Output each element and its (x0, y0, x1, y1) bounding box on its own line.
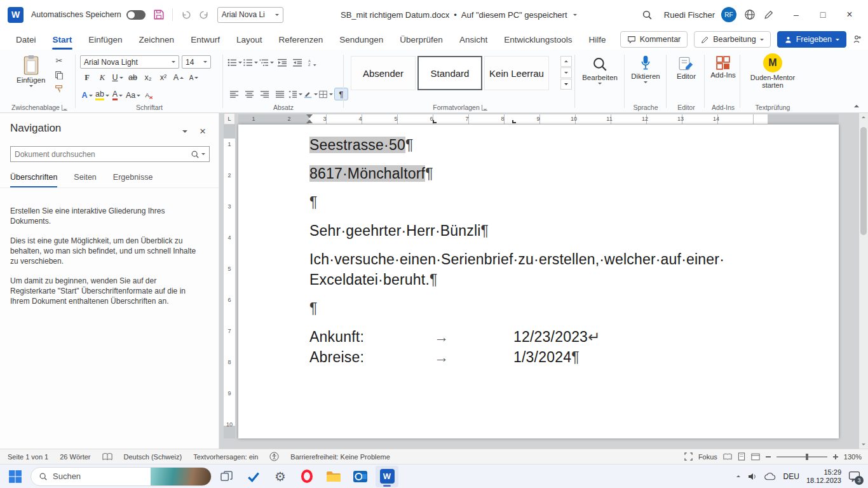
avatar[interactable]: RF (721, 7, 736, 22)
volume-icon[interactable] (747, 471, 757, 482)
line-spacing-button[interactable] (288, 88, 302, 100)
focus-label[interactable]: Fokus (698, 453, 717, 461)
close-pane-icon[interactable] (197, 126, 208, 137)
ribbon-tab-zeichnen[interactable]: Zeichnen (132, 29, 182, 50)
save-icon[interactable] (153, 9, 165, 20)
font-color-button[interactable]: A (111, 89, 125, 102)
page-count[interactable]: Seite 1 von 1 (8, 453, 48, 461)
style-card-absender[interactable]: Absender (351, 56, 416, 90)
doc-paragraph-empty[interactable]: ¶ (309, 192, 792, 212)
format-painter-icon[interactable] (55, 85, 64, 93)
justify-button[interactable] (273, 88, 287, 100)
word-app-taskbar-icon[interactable]: W (376, 466, 398, 487)
notification-center-icon[interactable]: 3 (848, 470, 860, 482)
clock[interactable]: 15:29 18.12.2023 (806, 468, 841, 485)
focus-icon[interactable] (684, 452, 693, 461)
ribbon-tab-start[interactable]: Start (46, 29, 79, 50)
zoom-slider-handle[interactable] (806, 454, 808, 460)
selected-text[interactable]: 8617·Mönchaltorf (309, 165, 425, 182)
ribbon-tab-hilfe[interactable]: Hilfe (581, 29, 613, 50)
doc-paragraph[interactable]: Exceldatei·beruht.¶ (309, 269, 792, 290)
cut-icon[interactable]: ✂ (55, 56, 64, 65)
show-formatting-marks-toggle[interactable] (334, 88, 348, 100)
vertical-scrollbar[interactable] (859, 113, 868, 449)
hanging-indent-marker[interactable] (306, 119, 313, 123)
align-right-button[interactable] (258, 88, 272, 100)
doc-paragraph[interactable]: Abreise:→1/3/2024¶ (309, 347, 792, 367)
onedrive-cloud-icon[interactable] (764, 472, 776, 480)
share-button[interactable]: Freigeben (777, 31, 846, 48)
addins-button[interactable]: Add-Ins (707, 56, 740, 79)
web-layout-icon[interactable] (751, 453, 760, 461)
word-count[interactable]: 26 Wörter (60, 453, 90, 461)
tab-stop-marker[interactable] (512, 120, 516, 123)
paste-button[interactable]: Einfügen (17, 55, 45, 87)
doc-paragraph[interactable]: Ankunft:→12/23/2023↵ (309, 327, 792, 347)
pane-options-icon[interactable] (179, 126, 191, 137)
ribbon-tab-einfügen[interactable]: Einfügen (81, 29, 129, 50)
comments-button[interactable]: Kommentar (620, 31, 688, 48)
ribbon-tab-ansicht[interactable]: Ansicht (452, 29, 494, 50)
document-search-input[interactable] (11, 150, 191, 159)
ribbon-tab-entwurf[interactable]: Entwurf (184, 29, 227, 50)
user-name[interactable]: Ruedi Fischer (664, 10, 715, 20)
grow-font-button[interactable]: A (172, 71, 186, 84)
doc-paragraph[interactable]: Sehr·geehrter·Herr·Bünzli¶ (309, 220, 792, 241)
dialog-launcher-icon[interactable] (482, 105, 487, 111)
search-icon[interactable] (642, 10, 653, 20)
maximize-button[interactable]: □ (810, 3, 836, 27)
start-button[interactable] (4, 466, 27, 487)
zoom-level[interactable]: 130% (844, 453, 862, 461)
file-explorer-icon[interactable] (322, 466, 345, 487)
task-view-button[interactable] (215, 466, 238, 487)
print-layout-icon[interactable] (738, 452, 745, 461)
gallery-down-icon[interactable] (560, 67, 572, 78)
settings-app-icon[interactable]: ⚙ (269, 466, 292, 487)
ribbon-tab-überprüfen[interactable]: Überprüfen (393, 29, 450, 50)
nav-tab-ergebnisse[interactable]: Ergebnisse (113, 173, 153, 188)
globe-icon[interactable] (744, 9, 756, 20)
ribbon-tab-layout[interactable]: Layout (229, 29, 269, 50)
spellcheck-icon[interactable] (102, 452, 112, 461)
paragraph-text[interactable]: 1/3/2024 (513, 349, 571, 365)
duden-mentor-button[interactable]: M Duden-Mentor starten (742, 53, 803, 89)
read-mode-icon[interactable] (723, 453, 732, 461)
doc-paragraph-empty[interactable]: ¶ (309, 298, 792, 318)
accessibility-icon[interactable] (269, 452, 279, 461)
selected-text[interactable]: Seestrasse·50 (309, 137, 405, 153)
zoom-out-icon[interactable] (766, 456, 771, 458)
scroll-down-icon[interactable] (861, 444, 866, 445)
decrease-indent-button[interactable] (275, 56, 289, 69)
tab-stop-marker[interactable] (433, 120, 437, 123)
style-card-standard[interactable]: Standard (417, 56, 482, 90)
undo-icon[interactable] (180, 10, 191, 20)
highlight-color-button[interactable]: ab (95, 89, 109, 102)
paragraph-text[interactable]: Exceldatei·beruht. (309, 271, 430, 288)
taskbar-search[interactable]: Suchen (31, 467, 212, 486)
align-left-button[interactable] (227, 88, 241, 100)
superscript-button[interactable]: x² (156, 71, 170, 84)
zoom-in-icon[interactable] (833, 454, 838, 459)
horizontal-ruler[interactable]: 1234567891011121314 (219, 113, 859, 125)
ribbon-tab-entwicklungstools[interactable]: Entwicklungstools (497, 29, 579, 50)
ribbon-tab-sendungen[interactable]: Sendungen (332, 29, 390, 50)
subscript-button[interactable]: x₂ (141, 71, 155, 84)
sort-button[interactable]: AZ (306, 56, 320, 69)
people-icon[interactable] (853, 34, 863, 44)
scroll-up-icon[interactable] (861, 116, 866, 118)
italic-button[interactable]: K (95, 71, 109, 84)
nav-tab-überschriften[interactable]: Überschriften (10, 173, 57, 188)
dialog-launcher-icon[interactable] (62, 105, 67, 111)
tray-overflow-icon[interactable] (736, 475, 740, 477)
redo-icon[interactable] (199, 10, 210, 20)
font-size-select[interactable]: 14 (182, 55, 211, 69)
bullet-list-button[interactable] (227, 56, 242, 69)
collapse-ribbon-icon[interactable] (854, 105, 859, 107)
gallery-up-icon[interactable] (560, 56, 572, 67)
copy-icon[interactable] (55, 71, 64, 79)
text-effects-button[interactable]: A (80, 89, 94, 102)
search-icon[interactable] (191, 150, 209, 159)
doc-paragraph[interactable]: Ich·versuche·einen·Serienbrief·zu·erstel… (309, 249, 792, 269)
editing-button[interactable]: Bearbeiten (577, 56, 623, 85)
editing-mode-button[interactable]: Bearbeitung (694, 31, 770, 48)
